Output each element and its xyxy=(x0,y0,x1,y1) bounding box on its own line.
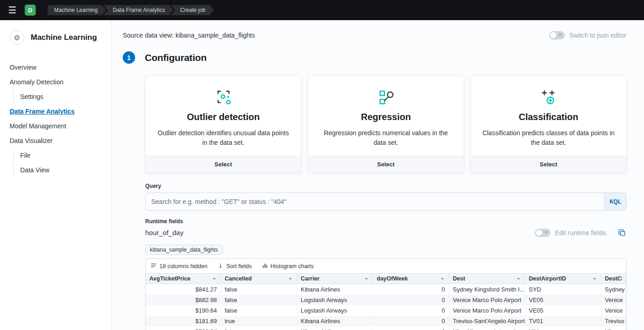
sort-fields-button[interactable]: Sort fields xyxy=(218,263,252,270)
outlier-detection-card[interactable]: Outlier detection Outlier detection iden… xyxy=(145,76,301,173)
chevron-down-icon xyxy=(592,276,597,281)
sidebar-item-data-view[interactable]: Data View xyxy=(13,164,49,176)
card-description: Regression predicts numerical values in … xyxy=(319,128,453,148)
classification-select-button[interactable]: Select xyxy=(471,156,626,172)
outlier-detection-icon xyxy=(157,87,290,107)
classification-icon xyxy=(482,87,615,107)
table-row: $730.04 false Kibana Airlines 0 Xi'an Xi… xyxy=(146,326,626,330)
sort-icon xyxy=(218,263,224,270)
chevron-down-icon xyxy=(440,276,445,281)
table-row: $841.27 false Kibana Airlines 0 Sydney K… xyxy=(146,284,626,295)
column-header-cancelled[interactable]: Cancelled xyxy=(221,274,297,284)
query-label: Query xyxy=(145,183,627,189)
card-description: Classification predicts classes of data … xyxy=(482,128,615,148)
table-header-row: AvgTicketPrice Cancelled Carrier dayOfWe… xyxy=(146,274,626,284)
card-title: Outlier detection xyxy=(157,112,290,122)
sidebar-title: Machine Learning xyxy=(31,33,97,42)
regression-select-button[interactable]: Select xyxy=(308,156,464,172)
chevron-down-icon xyxy=(516,276,521,281)
outlier-detection-select-button[interactable]: Select xyxy=(146,156,301,172)
breadcrumb-machine-learning[interactable]: Machine Learning xyxy=(48,5,106,15)
edit-runtime-fields-label: Edit runtime fields xyxy=(555,229,606,236)
column-header-dayofweek[interactable]: dayOfWeek xyxy=(373,274,449,284)
breadcrumb-create-job[interactable]: Create job xyxy=(171,5,213,15)
sidebar: ⚙ Machine Learning Overview Anomaly Dete… xyxy=(0,20,112,330)
table-row: $181.69 true Kibana Airlines 0 Treviso-S… xyxy=(146,316,626,326)
copy-icon[interactable] xyxy=(617,228,627,237)
sidebar-nav: Overview Anomaly Detection Settings Data… xyxy=(10,61,111,179)
table-row: $882.98 false Logstash Airways 0 Venice … xyxy=(146,295,626,305)
space-avatar[interactable]: D xyxy=(25,5,36,16)
toggle-knob xyxy=(536,230,542,236)
sidebar-item-overview[interactable]: Overview xyxy=(10,61,36,73)
sidebar-item-data-visualizer[interactable]: Data Visualizer xyxy=(10,135,53,147)
kql-language-button[interactable]: KQL xyxy=(604,193,626,210)
chevron-down-icon xyxy=(288,276,293,281)
toggle-off-icon: ✕ xyxy=(558,32,562,37)
regression-icon xyxy=(319,87,453,107)
toggle-off-icon: ✕ xyxy=(544,230,548,235)
breadcrumb-data-frame-analytics[interactable]: Data Frame Analytics xyxy=(104,5,173,15)
columns-hidden-button[interactable]: 18 columns hidden xyxy=(150,262,207,270)
column-header-avgticketprice[interactable]: AvgTicketPrice xyxy=(146,274,221,284)
index-name-badge: kibana_sample_data_flights xyxy=(145,245,223,255)
query-section: Query KQL xyxy=(145,183,627,211)
histogram-charts-button[interactable]: Histogram charts xyxy=(262,263,314,270)
columns-hidden-icon xyxy=(150,262,157,270)
sidebar-item-anomaly-detection[interactable]: Anomaly Detection xyxy=(10,76,64,88)
classification-card[interactable]: Classification Classification predicts c… xyxy=(470,76,627,173)
sidebar-item-data-frame-analytics[interactable]: Data Frame Analytics xyxy=(10,105,75,117)
source-data-table: AvgTicketPrice Cancelled Carrier dayOfWe… xyxy=(146,273,626,330)
runtime-fields-label: Runtime fields xyxy=(145,218,627,225)
main-content: Source data view: kibana_sample_data_fli… xyxy=(112,20,644,330)
card-description: Outlier detection identifies unusual dat… xyxy=(157,128,290,148)
top-navigation-bar: ☰ D Machine Learning Data Frame Analytic… xyxy=(0,0,644,20)
machine-learning-app-icon: ⚙ xyxy=(10,30,24,45)
column-header-dest[interactable]: Dest xyxy=(449,274,525,284)
menu-icon[interactable]: ☰ xyxy=(6,4,18,16)
step-number-badge: 1 xyxy=(123,51,135,64)
runtime-field-name: hour_of_day xyxy=(145,229,183,236)
histogram-icon xyxy=(262,263,268,270)
card-title: Classification xyxy=(482,112,615,122)
switch-to-json-editor-label: Switch to json editor xyxy=(569,32,627,39)
regression-card[interactable]: Regression Regression predicts numerical… xyxy=(308,76,464,173)
configuration-title: Configuration xyxy=(145,52,207,63)
breadcrumb: Machine Learning Data Frame Analytics Cr… xyxy=(48,5,214,15)
edit-runtime-fields-toggle[interactable]: ✕ xyxy=(535,229,551,237)
runtime-fields-section: Runtime fields hour_of_day ✕ Edit runtim… xyxy=(145,218,627,237)
source-data-view-label: Source data view: kibana_sample_data_fli… xyxy=(123,32,255,39)
source-data-grid: 18 columns hidden Sort fields xyxy=(145,258,627,330)
card-title: Regression xyxy=(319,112,453,122)
column-header-carrier[interactable]: Carrier xyxy=(297,274,373,284)
sidebar-item-model-management[interactable]: Model Management xyxy=(10,120,66,132)
grid-toolbar: 18 columns hidden Sort fields xyxy=(146,259,626,273)
json-editor-toggle[interactable]: ✕ xyxy=(549,31,565,39)
column-header-destcityname[interactable]: DestCityN xyxy=(601,274,626,284)
sidebar-item-file[interactable]: File xyxy=(13,149,31,161)
column-header-destairportid[interactable]: DestAirportID xyxy=(525,274,601,284)
chevron-down-icon xyxy=(212,276,217,281)
query-search-input[interactable] xyxy=(145,192,627,211)
job-type-cards: Outlier detection Outlier detection iden… xyxy=(145,76,627,173)
table-row: $190.64 false Logstash Airways 0 Venice … xyxy=(146,305,626,316)
sidebar-item-settings[interactable]: Settings xyxy=(13,91,44,103)
toggle-knob xyxy=(550,32,557,38)
chevron-down-icon xyxy=(364,276,369,281)
